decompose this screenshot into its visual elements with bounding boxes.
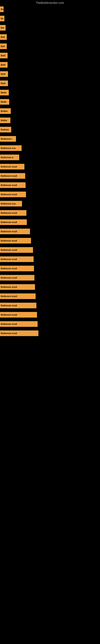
- bar-row-35: Bottleneck result: [0, 321, 100, 327]
- bar-label-31: Bottleneck result: [1, 286, 17, 288]
- bar-label-19: Bottleneck result: [1, 175, 17, 177]
- bar-label-27: Bottleneck result: [1, 249, 17, 251]
- bar-label-23: Bottleneck result: [1, 212, 17, 214]
- bar-label-5: Bott: [1, 45, 5, 48]
- bar-row-21: Bottleneck result: [0, 192, 100, 197]
- bar-label-11: Bottle: [1, 101, 6, 103]
- bar-row-27: Bottleneck result: [0, 247, 100, 253]
- bar-31: Bottleneck result: [0, 284, 35, 290]
- bar-label-17: Bottleneck re: [1, 156, 13, 158]
- bar-label-24: Bottleneck result: [1, 221, 17, 224]
- bar-23: Bottleneck result: [0, 210, 26, 216]
- bar-row-8: Bottl: [0, 71, 100, 77]
- bar-7: Bottl: [0, 62, 8, 68]
- bar-row-2: Bo: [0, 16, 100, 21]
- bar-row-13: Bottler: [0, 118, 100, 123]
- bar-label-3: Bot: [1, 27, 4, 29]
- bar-row-23: Bottleneck result: [0, 210, 100, 216]
- bar-row-22: Bottleneck resu: [0, 201, 100, 206]
- bar-row-11: Bottle: [0, 99, 100, 105]
- bar-row-1: Bo: [0, 6, 100, 12]
- bar-26: Bottleneck result: [0, 238, 31, 244]
- bar-row-15: Bottleneck r: [0, 136, 100, 142]
- bar-27: Bottleneck result: [0, 247, 33, 253]
- bar-11: Bottle: [0, 99, 9, 105]
- bar-row-33: Bottleneck result: [0, 303, 100, 308]
- bar-row-7: Bottl: [0, 62, 100, 68]
- bar-row-4: Bott: [0, 34, 100, 40]
- bar-label-18: Bottleneck result: [1, 166, 17, 168]
- bar-row-31: Bottleneck result: [0, 284, 100, 290]
- bar-6: Bottl: [0, 53, 8, 58]
- bar-21: Bottleneck result: [0, 192, 26, 197]
- bars-container: BoBoBotBottBottBottlBottlBottlBottlBottl…: [0, 6, 100, 340]
- bar-14: Bottlenk: [0, 127, 11, 132]
- bar-34: Bottleneck result: [0, 312, 37, 318]
- bar-label-34: Bottleneck result: [1, 314, 17, 316]
- bar-label-13: Bottler: [1, 119, 7, 122]
- bar-17: Bottleneck re: [0, 154, 19, 160]
- bar-label-33: Bottleneck result: [1, 304, 17, 307]
- bar-row-14: Bottlenk: [0, 127, 100, 132]
- bar-label-6: Bottl: [1, 54, 5, 57]
- bar-32: Bottleneck result: [0, 294, 36, 299]
- bar-1: Bo: [0, 6, 3, 12]
- bar-row-25: Bottleneck result: [0, 228, 100, 234]
- bar-19: Bottleneck result: [0, 173, 25, 179]
- bar-16: Bottleneck resu: [0, 145, 22, 151]
- bar-12: Bottlen: [0, 108, 11, 114]
- bar-row-34: Bottleneck result: [0, 312, 100, 318]
- bar-36: Bottleneck result: [0, 330, 38, 336]
- bar-row-32: Bottleneck result: [0, 294, 100, 299]
- bar-label-21: Bottleneck result: [1, 194, 17, 196]
- bar-3: Bot: [0, 25, 6, 30]
- bar-22: Bottleneck resu: [0, 201, 22, 206]
- bar-row-36: Bottleneck result: [0, 330, 100, 336]
- bar-label-7: Bottl: [1, 64, 5, 66]
- bar-2: Bo: [0, 16, 4, 21]
- bar-row-18: Bottleneck result: [0, 164, 100, 170]
- bar-row-6: Bottl: [0, 53, 100, 58]
- bar-5: Bott: [0, 44, 7, 49]
- bar-9: Bottl: [0, 80, 8, 86]
- bar-29: Bottleneck result: [0, 266, 34, 271]
- bar-row-16: Bottleneck resu: [0, 145, 100, 151]
- bar-row-24: Bottleneck result: [0, 219, 100, 225]
- bar-label-30: Bottleneck result: [1, 277, 17, 279]
- bar-row-30: Bottleneck result: [0, 275, 100, 280]
- bar-35: Bottleneck result: [0, 321, 38, 327]
- bar-label-36: Bottleneck result: [1, 332, 17, 334]
- bar-30: Bottleneck result: [0, 275, 34, 280]
- bar-label-35: Bottleneck result: [1, 323, 17, 325]
- bar-row-9: Bottl: [0, 80, 100, 86]
- bar-10: Bottle: [0, 90, 9, 96]
- bar-label-8: Bottl: [1, 73, 5, 75]
- bar-label-1: Bo: [1, 8, 3, 10]
- bar-row-17: Bottleneck re: [0, 154, 100, 160]
- bar-label-14: Bottlenk: [1, 128, 9, 131]
- bar-24: Bottleneck result: [0, 219, 27, 225]
- bar-15: Bottleneck r: [0, 136, 16, 142]
- bar-row-3: Bot: [0, 25, 100, 30]
- bar-label-10: Bottle: [1, 92, 6, 94]
- bar-label-32: Bottleneck result: [1, 295, 17, 298]
- bar-18: Bottleneck result: [0, 164, 24, 170]
- bar-8: Bottl: [0, 71, 8, 77]
- site-title: TheBottlenecker.com: [0, 0, 100, 6]
- bar-label-15: Bottleneck r: [1, 138, 12, 140]
- bar-label-12: Bottlen: [1, 110, 8, 112]
- bar-row-19: Bottleneck result: [0, 173, 100, 179]
- bar-label-4: Bott: [1, 36, 5, 38]
- bar-label-16: Bottleneck resu: [1, 147, 16, 149]
- bar-label-28: Bottleneck result: [1, 258, 17, 260]
- bar-label-25: Bottleneck result: [1, 230, 17, 233]
- bar-row-26: Bottleneck result: [0, 238, 100, 244]
- bar-label-22: Bottleneck resu: [1, 203, 16, 205]
- bar-label-20: Bottleneck result: [1, 184, 17, 186]
- bar-label-9: Bottl: [1, 82, 5, 84]
- bar-label-2: Bo: [1, 18, 3, 20]
- bar-row-28: Bottleneck result: [0, 256, 100, 262]
- bar-label-29: Bottleneck result: [1, 268, 17, 270]
- bar-row-29: Bottleneck result: [0, 266, 100, 271]
- bar-row-12: Bottlen: [0, 108, 100, 114]
